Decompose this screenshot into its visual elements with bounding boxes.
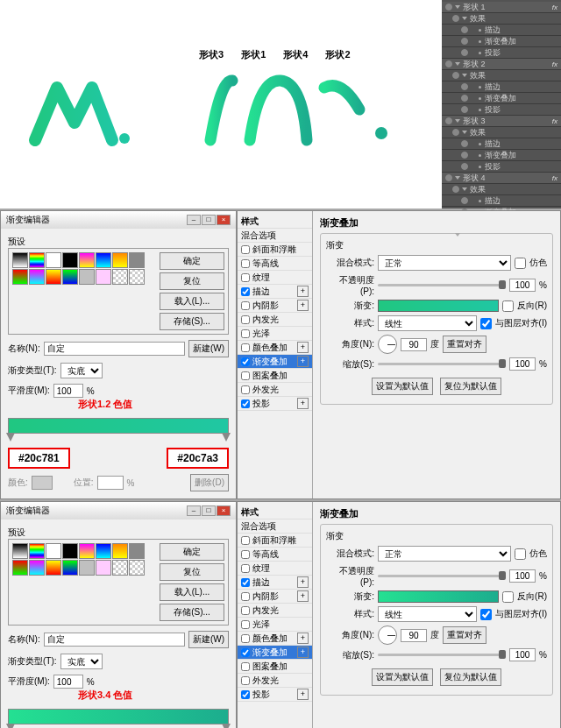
type-select[interactable]: 实底	[60, 654, 103, 669]
ls-checkbox[interactable]	[241, 315, 250, 324]
angle-dial[interactable]	[378, 626, 397, 645]
plus-icon[interactable]: +	[297, 342, 309, 353]
visibility-icon[interactable]	[461, 83, 468, 90]
ls-item[interactable]: 内发光	[238, 313, 312, 327]
chevron-down-icon[interactable]	[462, 187, 467, 191]
effect-item[interactable]: 渐变叠加	[442, 36, 561, 47]
effect-item[interactable]: 投影	[442, 161, 561, 173]
ls-checkbox[interactable]	[241, 259, 250, 268]
blend-options[interactable]: 混合选项	[238, 519, 312, 534]
effect-item[interactable]: 描边	[442, 25, 561, 36]
plus-icon[interactable]: +	[297, 647, 309, 658]
visibility-icon[interactable]	[461, 163, 468, 170]
visibility-icon[interactable]	[461, 152, 468, 159]
effect-item[interactable]: 描边	[442, 195, 561, 207]
ls-item[interactable]: 投影 +	[238, 397, 312, 411]
style-select[interactable]: 线性	[378, 315, 477, 331]
layers-panel[interactable]: 形状 1 fx 效果 描边 渐变叠加 投影 形状 2 fx	[442, 0, 561, 209]
load-button[interactable]: 载入(L)...	[160, 293, 224, 310]
effects-row[interactable]: 效果	[442, 13, 561, 25]
layer-group[interactable]: 形状 2 fx	[442, 59, 561, 70]
effect-item[interactable]: 渐变叠加	[442, 93, 561, 104]
visibility-icon[interactable]	[461, 38, 468, 45]
blend-mode-select[interactable]: 正常	[378, 255, 511, 271]
ls-item[interactable]: 图案叠加	[238, 369, 312, 383]
ls-checkbox[interactable]	[241, 245, 250, 254]
ls-checkbox[interactable]	[241, 606, 250, 615]
save-button[interactable]: 存储(S)...	[160, 313, 224, 330]
load-button[interactable]: 载入(L)...	[160, 583, 224, 601]
dialog-titlebar[interactable]: 渐变编辑器 – □ ×	[1, 502, 236, 519]
effect-item[interactable]: 描边	[442, 138, 561, 150]
angle-input[interactable]	[401, 338, 427, 351]
ls-item[interactable]: 内阴影 +	[238, 590, 312, 604]
visibility-icon[interactable]	[461, 197, 468, 204]
scale-slider[interactable]	[378, 654, 506, 656]
angle-input[interactable]	[401, 629, 427, 642]
ls-checkbox[interactable]	[241, 287, 250, 296]
ls-item[interactable]: 描边 +	[238, 285, 312, 299]
chevron-down-icon[interactable]	[455, 176, 460, 180]
opacity-input[interactable]	[509, 569, 536, 583]
maximize-button[interactable]: □	[202, 505, 216, 516]
layer-name[interactable]: 形状 1	[463, 2, 486, 13]
ls-item[interactable]: 渐变叠加 +	[238, 355, 312, 369]
chevron-down-icon[interactable]	[455, 5, 460, 9]
effects-row[interactable]: 效果	[442, 127, 561, 138]
visibility-icon[interactable]	[461, 140, 468, 147]
ls-checkbox[interactable]	[241, 564, 250, 573]
reverse-checkbox[interactable]	[502, 300, 514, 312]
scale-input[interactable]	[509, 648, 536, 661]
effect-item[interactable]: 渐变叠加	[442, 150, 561, 161]
plus-icon[interactable]: +	[297, 590, 309, 602]
opacity-slider[interactable]	[378, 575, 506, 577]
plus-icon[interactable]: +	[297, 576, 309, 588]
reset-default-button[interactable]: 复位为默认值	[440, 378, 501, 395]
plus-icon[interactable]: +	[297, 633, 309, 644]
chevron-down-icon[interactable]	[462, 74, 467, 77]
dither-checkbox[interactable]	[515, 548, 526, 560]
visibility-icon[interactable]	[452, 186, 459, 193]
ls-item[interactable]: 斜面和浮雕	[238, 243, 312, 257]
ls-checkbox[interactable]	[241, 676, 250, 685]
style-select[interactable]: 线性	[378, 606, 477, 622]
layer-name[interactable]: 形状 4	[463, 173, 486, 184]
ls-checkbox[interactable]	[241, 301, 250, 310]
effect-item[interactable]: 描边	[442, 81, 561, 93]
color-swatch[interactable]	[32, 476, 53, 490]
ls-checkbox[interactable]	[241, 371, 250, 380]
ls-checkbox[interactable]	[241, 550, 250, 559]
visibility-icon[interactable]	[445, 117, 452, 124]
ls-checkbox[interactable]	[241, 273, 250, 282]
gradient-bar[interactable]	[8, 418, 229, 434]
ls-item[interactable]: 光泽	[238, 618, 312, 632]
ls-item[interactable]: 斜面和浮雕	[238, 534, 312, 548]
name-input[interactable]	[44, 342, 185, 356]
chevron-down-icon[interactable]	[455, 62, 460, 66]
visibility-icon[interactable]	[461, 95, 468, 102]
align-checkbox[interactable]	[480, 609, 492, 620]
visibility-icon[interactable]	[445, 174, 452, 181]
name-input[interactable]	[44, 633, 185, 647]
gradient-preview[interactable]	[378, 590, 499, 603]
close-button[interactable]: ×	[217, 215, 231, 225]
ls-item[interactable]: 纹理	[238, 562, 312, 576]
ok-button[interactable]: 确定	[160, 252, 224, 270]
ok-button[interactable]: 确定	[160, 543, 224, 561]
layer-group[interactable]: 形状 4 fx	[442, 173, 561, 184]
blend-mode-select[interactable]: 正常	[378, 546, 511, 562]
ls-item[interactable]: 描边 +	[238, 576, 312, 590]
effects-row[interactable]: 效果	[442, 70, 561, 81]
effects-row[interactable]: 效果	[442, 184, 561, 195]
plus-icon[interactable]: +	[297, 286, 309, 297]
ls-item[interactable]: 纹理	[238, 271, 312, 285]
ls-item[interactable]: 颜色叠加 +	[238, 632, 312, 646]
ls-item[interactable]: 投影 +	[238, 688, 312, 702]
plus-icon[interactable]: +	[297, 356, 309, 367]
preset-swatches[interactable]	[12, 543, 153, 621]
ls-checkbox[interactable]	[241, 662, 250, 671]
visibility-icon[interactable]	[461, 49, 468, 56]
make-default-button[interactable]: 设置为默认值	[372, 378, 433, 395]
scale-input[interactable]	[509, 357, 536, 371]
cancel-button[interactable]: 复位	[160, 563, 224, 581]
